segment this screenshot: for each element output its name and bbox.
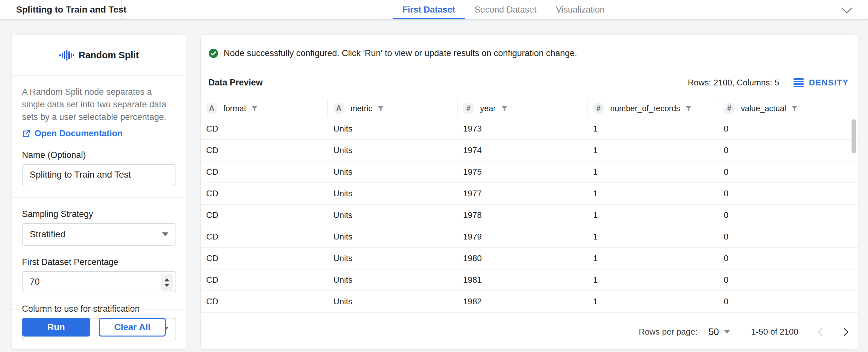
table-cell: 0 <box>718 270 858 290</box>
table-cell: Units <box>328 226 458 247</box>
table-row[interactable]: CDUnits198110 <box>201 270 858 291</box>
table-cell: 0 <box>718 248 858 269</box>
table-cell: CD <box>201 140 328 161</box>
column-name: year <box>480 104 496 113</box>
sampling-strategy-select[interactable]: Stratified <box>22 223 176 246</box>
vertical-scrollbar[interactable] <box>851 119 856 153</box>
table-cell: 0 <box>718 162 858 182</box>
density-button[interactable]: DENSITY <box>809 78 849 88</box>
table-row[interactable]: CDUnits197810 <box>201 205 858 226</box>
table-cell: 1 <box>588 118 718 139</box>
column-header-value_actual[interactable]: #value_actual <box>718 99 858 118</box>
number-stepper[interactable] <box>161 274 173 291</box>
pagination-range: 1-50 of 2100 <box>751 327 798 337</box>
percentage-label: First Dataset Percentage <box>22 257 176 267</box>
table-row[interactable]: CDUnits197410 <box>201 140 858 162</box>
density-icon[interactable] <box>794 78 804 87</box>
column-header-metric[interactable]: Ametric <box>328 99 458 118</box>
waveform-split-icon <box>59 50 74 61</box>
tab-second-dataset[interactable]: Second Dataset <box>475 0 537 19</box>
tab-bar: First DatasetSecond DatasetVisualization <box>402 0 605 19</box>
table-row[interactable]: CDUnits197910 <box>201 226 858 248</box>
table-cell: CD <box>201 226 328 247</box>
table-cell: 1982 <box>458 291 588 312</box>
name-input[interactable] <box>22 164 176 185</box>
filter-icon[interactable] <box>377 105 384 112</box>
column-header-number_of_records[interactable]: #number_of_records <box>588 99 718 118</box>
node-title: Random Split <box>79 50 139 61</box>
stepper-down-icon[interactable] <box>164 284 169 287</box>
table-cell: 1973 <box>458 118 588 139</box>
top-bar: Splitting to Train and Test First Datase… <box>0 0 868 20</box>
table-cell: 1979 <box>458 226 588 247</box>
column-header-format[interactable]: Aformat <box>201 99 328 118</box>
data-table: AformatAmetric#year#number_of_records#va… <box>201 99 858 313</box>
table-cell: Units <box>328 248 458 269</box>
table-cell: 1 <box>588 140 718 161</box>
table-cell: Units <box>328 118 458 139</box>
table-summary: Rows: 2100, Columns: 5 <box>688 78 779 88</box>
results-panel: Node successfully configured. Click 'Run… <box>201 35 858 349</box>
node-config-panel: Random Split A Random Split node separat… <box>11 35 187 349</box>
next-page-button[interactable] <box>840 328 848 336</box>
open-documentation-link[interactable]: Open Documentation <box>22 129 176 139</box>
table-cell: 1974 <box>458 140 588 161</box>
table-cell: CD <box>201 162 328 182</box>
column-type-badge: # <box>723 103 735 114</box>
table-cell: Units <box>328 162 458 182</box>
tab-visualization[interactable]: Visualization <box>556 0 605 19</box>
chevron-down-icon[interactable] <box>841 3 852 13</box>
rows-per-page-select[interactable]: 50 <box>709 326 730 337</box>
table-row[interactable]: CDUnits198210 <box>201 291 858 313</box>
table-cell: 1 <box>588 162 718 182</box>
table-header: AformatAmetric#year#number_of_records#va… <box>201 99 858 118</box>
table-cell: 1980 <box>458 248 588 269</box>
percentage-input[interactable] <box>22 271 176 292</box>
name-field-label: Name (Optional) <box>22 150 176 160</box>
status-banner: Node successfully configured. Click 'Run… <box>201 35 858 58</box>
panel-actions: Run Clear All <box>11 310 187 337</box>
status-message: Node successfully configured. Click 'Run… <box>224 48 577 58</box>
table-row[interactable]: CDUnits197510 <box>201 162 858 183</box>
filter-icon[interactable] <box>790 105 798 112</box>
column-name: number_of_records <box>610 104 680 113</box>
filter-icon[interactable] <box>685 105 692 112</box>
table-cell: CD <box>201 248 328 269</box>
table-row[interactable]: CDUnits198010 <box>201 248 858 270</box>
external-link-icon <box>22 129 31 138</box>
table-cell: 0 <box>718 291 858 312</box>
column-name: metric <box>350 104 372 113</box>
table-cell: 0 <box>718 183 858 204</box>
rows-per-page-label: Rows per page: <box>639 327 698 337</box>
sampling-strategy-label: Sampling Strategy <box>22 209 176 219</box>
select-caret-icon <box>724 330 730 333</box>
table-cell: Units <box>328 291 458 312</box>
stepper-up-icon[interactable] <box>164 278 169 281</box>
table-cell: 1981 <box>458 270 588 290</box>
column-type-badge: # <box>463 103 474 114</box>
table-cell: 1978 <box>458 205 588 226</box>
clear-all-button[interactable]: Clear All <box>99 318 166 337</box>
pagination-bar: Rows per page: 50 1-50 of 2100 <box>201 314 858 349</box>
section-divider <box>11 197 187 198</box>
table-row[interactable]: CDUnits197710 <box>201 183 858 205</box>
column-type-badge: A <box>206 103 217 114</box>
data-preview-title: Data Preview <box>209 78 263 88</box>
prev-page-button[interactable] <box>818 328 826 336</box>
table-row[interactable]: CDUnits197310 <box>201 118 858 140</box>
table-cell: 1 <box>588 205 718 226</box>
filter-icon[interactable] <box>500 105 508 112</box>
filter-icon[interactable] <box>251 105 258 112</box>
tab-first-dataset[interactable]: First Dataset <box>402 0 455 19</box>
table-cell: 1977 <box>458 183 588 204</box>
node-header: Random Split <box>11 35 187 76</box>
table-cell: 1 <box>588 248 718 269</box>
table-cell: CD <box>201 270 328 290</box>
table-cell: CD <box>201 183 328 204</box>
run-button[interactable]: Run <box>22 318 90 337</box>
table-cell: 1 <box>588 291 718 312</box>
app-window: Splitting to Train and Test First Datase… <box>0 0 868 352</box>
column-header-year[interactable]: #year <box>458 99 588 118</box>
table-body: CDUnits197310CDUnits197410CDUnits197510C… <box>201 118 858 313</box>
column-type-badge: # <box>593 103 604 114</box>
